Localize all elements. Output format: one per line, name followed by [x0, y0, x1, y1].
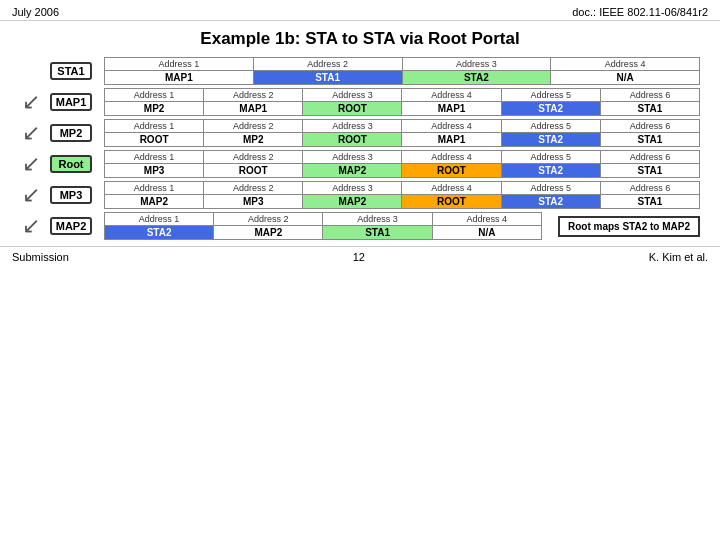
- arrow-col: ↙: [20, 153, 42, 175]
- address-header: Address 1: [105, 151, 204, 164]
- down-arrow-icon: ↙: [22, 184, 40, 206]
- address-table: Address 1Address 2Address 3Address 4Addr…: [104, 150, 700, 178]
- address-header: Address 6: [600, 120, 699, 133]
- address-header: Address 4: [402, 151, 501, 164]
- address-value: MAP1: [402, 133, 501, 147]
- address-header: Address 1: [105, 89, 204, 102]
- address-value: STA2: [501, 133, 600, 147]
- down-arrow-icon: ↙: [22, 215, 40, 237]
- address-table-wrap: Address 1Address 2Address 3Address 4Addr…: [104, 181, 700, 209]
- header-doc: doc.: IEEE 802.11-06/841r2: [572, 6, 708, 18]
- node-box: STA1: [50, 62, 92, 80]
- address-value: ROOT: [402, 195, 501, 209]
- address-header: Address 5: [501, 182, 600, 195]
- footer-center: 12: [353, 251, 365, 263]
- address-value: STA2: [501, 102, 600, 116]
- node-box: MP3: [50, 186, 92, 204]
- address-header: Address 6: [600, 89, 699, 102]
- node-label: STA1: [50, 62, 96, 80]
- address-value: STA2: [501, 164, 600, 178]
- callout-box: Root maps STA2 to MAP2: [558, 216, 700, 237]
- node-label: MP3: [50, 186, 96, 204]
- address-header: Address 3: [303, 182, 402, 195]
- arrow-col: ↙: [20, 215, 42, 237]
- address-value: STA2: [501, 195, 600, 209]
- down-arrow-icon: ↙: [22, 153, 40, 175]
- address-value: STA1: [600, 195, 699, 209]
- address-value: N/A: [551, 71, 700, 85]
- address-header: Address 2: [204, 151, 303, 164]
- address-header: Address 4: [432, 213, 541, 226]
- address-header: Address 2: [214, 213, 323, 226]
- address-value: ROOT: [204, 164, 303, 178]
- address-header: Address 2: [204, 89, 303, 102]
- arrow-col: ↙: [20, 91, 42, 113]
- address-value: ROOT: [105, 133, 204, 147]
- footer-right: K. Kim et al.: [649, 251, 708, 263]
- address-value: STA1: [600, 164, 699, 178]
- address-header: Address 3: [303, 151, 402, 164]
- address-value: ROOT: [402, 164, 501, 178]
- footer-left: Submission: [12, 251, 69, 263]
- address-value: MAP2: [303, 164, 402, 178]
- address-table: Address 1Address 2Address 3Address 4Addr…: [104, 88, 700, 116]
- address-header: Address 5: [501, 89, 600, 102]
- address-table: Address 1Address 2Address 3Address 4MAP1…: [104, 57, 700, 85]
- address-header: Address 4: [402, 182, 501, 195]
- row-block: ↙MP2Address 1Address 2Address 3Address 4…: [20, 119, 700, 147]
- address-value: STA2: [105, 226, 214, 240]
- address-header: Address 1: [105, 213, 214, 226]
- address-table: Address 1Address 2Address 3Address 4Addr…: [104, 119, 700, 147]
- address-header: Address 1: [105, 182, 204, 195]
- node-box: MP2: [50, 124, 92, 142]
- address-header: Address 2: [204, 120, 303, 133]
- address-value: MAP2: [303, 195, 402, 209]
- address-value: MAP2: [214, 226, 323, 240]
- address-header: Address 5: [501, 151, 600, 164]
- row-block: ↙MAP2Address 1Address 2Address 3Address …: [20, 212, 700, 240]
- address-value: ROOT: [303, 133, 402, 147]
- address-value: STA2: [402, 71, 551, 85]
- address-value: STA1: [253, 71, 402, 85]
- address-value: ROOT: [303, 102, 402, 116]
- address-table-wrap: Address 1Address 2Address 3Address 4MAP1…: [104, 57, 700, 85]
- address-header: Address 3: [303, 120, 402, 133]
- row-block: ↙RootAddress 1Address 2Address 3Address …: [20, 150, 700, 178]
- address-header: Address 2: [253, 58, 402, 71]
- address-value: MP2: [204, 133, 303, 147]
- address-value: MAP2: [105, 195, 204, 209]
- node-label: Root: [50, 155, 96, 173]
- address-header: Address 3: [402, 58, 551, 71]
- address-header: Address 4: [402, 89, 501, 102]
- down-arrow-icon: ↙: [22, 91, 40, 113]
- arrow-col: ↙: [20, 122, 42, 144]
- address-table-wrap: Address 1Address 2Address 3Address 4Addr…: [104, 119, 700, 147]
- down-arrow-icon: ↙: [22, 122, 40, 144]
- address-table-wrap: Address 1Address 2Address 3Address 4Addr…: [104, 88, 700, 116]
- node-label: MAP2: [50, 217, 96, 235]
- node-box: Root: [50, 155, 92, 173]
- address-header: Address 3: [303, 89, 402, 102]
- address-value: STA1: [323, 226, 432, 240]
- node-label: MAP1: [50, 93, 96, 111]
- arrow-col: ↙: [20, 184, 42, 206]
- address-header: Address 3: [323, 213, 432, 226]
- address-table: Address 1Address 2Address 3Address 4STA2…: [104, 212, 542, 240]
- address-header: Address 6: [600, 182, 699, 195]
- address-header: Address 2: [204, 182, 303, 195]
- address-header: Address 6: [600, 151, 699, 164]
- node-label: MP2: [50, 124, 96, 142]
- address-value: STA1: [600, 133, 699, 147]
- address-value: MAP1: [105, 71, 254, 85]
- row-block: ↙MP3Address 1Address 2Address 3Address 4…: [20, 181, 700, 209]
- address-value: MAP1: [204, 102, 303, 116]
- address-header: Address 4: [402, 120, 501, 133]
- address-value: MP3: [204, 195, 303, 209]
- address-value: MP3: [105, 164, 204, 178]
- address-header: Address 1: [105, 58, 254, 71]
- address-value: MP2: [105, 102, 204, 116]
- row-block: STA1Address 1Address 2Address 3Address 4…: [20, 57, 700, 85]
- address-value: N/A: [432, 226, 541, 240]
- address-table: Address 1Address 2Address 3Address 4Addr…: [104, 181, 700, 209]
- slide-title: Example 1b: STA to STA via Root Portal: [0, 21, 720, 53]
